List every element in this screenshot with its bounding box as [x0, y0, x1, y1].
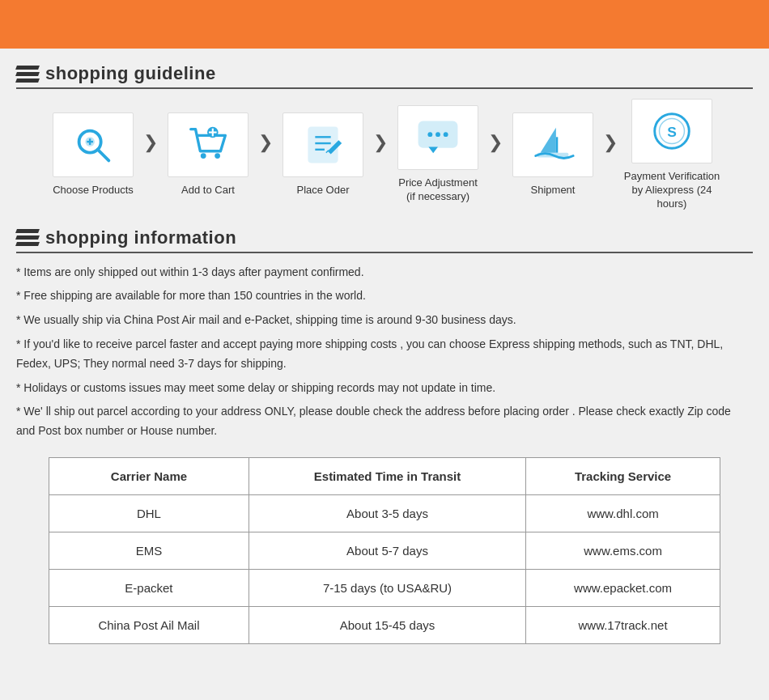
col-time: Estimated Time in Transit — [249, 458, 525, 495]
information-header-icon — [16, 229, 39, 246]
svg-text:S: S — [667, 124, 677, 140]
svg-line-1 — [98, 150, 109, 161]
carrier-epacket: E-packet — [49, 570, 249, 607]
svg-point-16 — [427, 133, 432, 138]
step-payment-verification-label: Payment Verification by Aliexpress (24 h… — [619, 170, 724, 211]
time-dhl: About 3-5 days — [249, 495, 525, 532]
info-item-3: * If you'd like to receive parcel faster… — [16, 335, 753, 374]
table-row: DHL About 3-5 days www.dhl.com — [49, 495, 720, 532]
tracking-chinapost: www.17track.net — [526, 607, 720, 644]
info-item-0: * Items are only shipped out within 1-3 … — [16, 263, 753, 282]
guideline-header: shopping guideline — [16, 63, 753, 89]
step-price-adjustment-label: Price Adjustment(if necessary) — [398, 176, 478, 204]
svg-rect-10 — [309, 128, 338, 163]
info-item-4: * Holidays or customs issues may meet so… — [16, 379, 753, 398]
time-chinapost: About 15-45 days — [249, 607, 525, 644]
time-epacket: 7-15 days (to USA&RU) — [249, 570, 525, 607]
note-icon — [300, 121, 346, 168]
step-price-adjustment: Price Adjustment(if necessary) — [389, 105, 486, 204]
chat-icon — [414, 114, 461, 161]
arrow-4: ❯ — [488, 132, 503, 153]
shipping-table-wrapper: Carrier Name Estimated Time in Transit T… — [49, 457, 720, 644]
info-item-1: * Free shipping are available for more t… — [16, 286, 753, 306]
table-row: EMS About 5-7 days www.ems.com — [49, 532, 720, 570]
time-ems: About 5-7 days — [249, 532, 525, 570]
top-banner — [0, 0, 769, 49]
table-row: E-packet 7-15 days (to USA&RU) www.epack… — [49, 570, 720, 607]
svg-point-6 — [215, 153, 220, 159]
step-payment-verification-icon-box: S — [631, 99, 712, 163]
step-choose-products-icon-box — [53, 112, 134, 177]
step-shipment: Shipment — [504, 112, 601, 197]
svg-rect-20 — [556, 137, 558, 152]
tracking-epacket: www.epacket.com — [526, 570, 720, 607]
svg-point-17 — [435, 133, 440, 138]
info-item-2: * We usually ship via China Post Air mai… — [16, 311, 753, 330]
step-add-to-cart-icon-box — [168, 112, 249, 177]
information-title: shopping information — [45, 227, 236, 248]
table-header-row: Carrier Name Estimated Time in Transit T… — [49, 458, 720, 495]
step-choose-products-label: Choose Products — [53, 184, 134, 197]
step-place-order-label: Place Oder — [296, 184, 349, 197]
tracking-dhl: www.dhl.com — [526, 495, 720, 532]
step-shipment-label: Shipment — [531, 184, 576, 197]
arrow-5: ❯ — [603, 132, 618, 153]
col-carrier: Carrier Name — [49, 458, 249, 495]
boat-icon — [529, 121, 576, 168]
table-row: China Post Ail Mail About 15-45 days www… — [49, 607, 720, 644]
arrow-3: ❯ — [373, 132, 388, 153]
tracking-ems: www.ems.com — [526, 532, 720, 570]
step-add-to-cart: Add to Cart — [159, 112, 257, 197]
steps-container: Choose Products ❯ Add to Cart ❯ — [16, 99, 753, 211]
guideline-title: shopping guideline — [45, 63, 216, 84]
svg-rect-21 — [537, 153, 569, 158]
carrier-chinapost: China Post Ail Mail — [49, 607, 249, 644]
shipping-table: Carrier Name Estimated Time in Transit T… — [49, 457, 720, 644]
step-price-adjustment-icon-box — [397, 105, 478, 170]
info-section: * Items are only shipped out within 1-3 … — [16, 263, 753, 441]
info-item-5: * We' ll ship out parcel according to yo… — [16, 402, 753, 441]
svg-marker-19 — [541, 128, 556, 153]
carrier-ems: EMS — [49, 532, 249, 570]
arrow-2: ❯ — [258, 132, 273, 153]
step-shipment-icon-box — [512, 112, 593, 177]
step-choose-products: Choose Products — [45, 112, 142, 197]
coin-icon: S — [648, 108, 695, 155]
svg-point-18 — [444, 133, 448, 138]
carrier-dhl: DHL — [49, 495, 249, 532]
search-icon — [70, 121, 117, 168]
arrow-1: ❯ — [143, 132, 158, 153]
step-add-to-cart-label: Add to Cart — [181, 184, 235, 197]
information-header: shopping information — [16, 227, 753, 253]
step-payment-verification: S Payment Verification by Aliexpress (24… — [619, 99, 724, 211]
step-place-order: Place Oder — [274, 112, 372, 197]
guideline-header-icon — [16, 66, 39, 83]
col-tracking: Tracking Service — [526, 458, 720, 495]
step-place-order-icon-box — [283, 112, 363, 177]
svg-point-5 — [201, 153, 206, 159]
cart-icon — [185, 121, 232, 168]
